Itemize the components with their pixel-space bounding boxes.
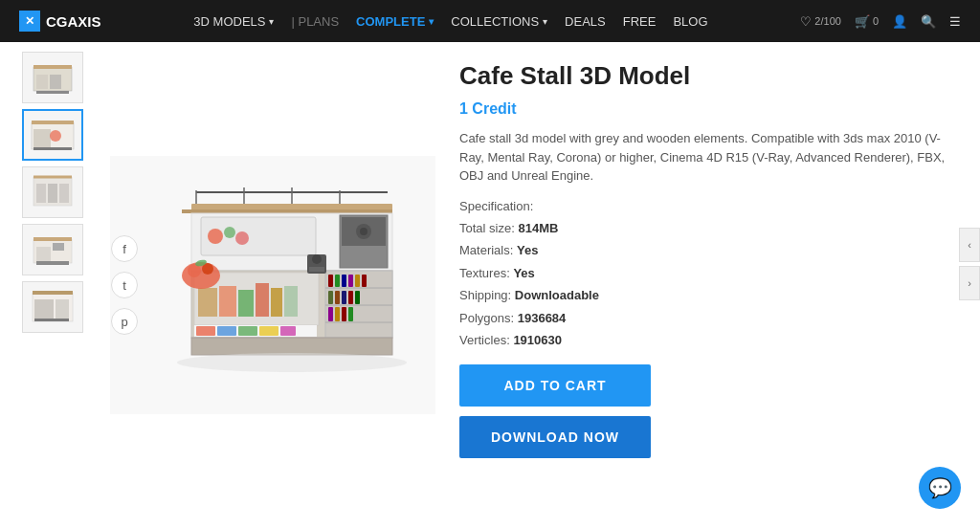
svg-rect-7 — [33, 129, 51, 147]
svg-rect-51 — [196, 326, 215, 336]
logo[interactable]: ✕ CGAXIS — [19, 11, 101, 32]
thumbnail-4[interactable] — [22, 224, 83, 275]
product-info: Cafe Stall 3D Model 1 Credit Cafe stall … — [450, 42, 980, 528]
svg-rect-67 — [348, 275, 353, 287]
svg-rect-32 — [182, 209, 392, 213]
svg-rect-76 — [335, 307, 340, 321]
svg-rect-79 — [191, 338, 392, 355]
thumbnail-3[interactable] — [22, 166, 83, 218]
thumbnail-1[interactable] — [22, 52, 83, 103]
nav-3d-models[interactable]: 3D MODELS ▾ — [193, 14, 274, 29]
svg-rect-48 — [271, 288, 282, 317]
svg-point-41 — [360, 228, 368, 235]
header: ✕ CGAXIS 3D MODELS ▾ | PLANS COMPLETE ▾ … — [0, 0, 980, 42]
svg-rect-44 — [198, 288, 217, 317]
nav-collections[interactable]: COLLECTIONS ▾ — [451, 14, 547, 29]
svg-rect-45 — [219, 286, 236, 317]
nav-blog[interactable]: BLOG — [673, 14, 707, 29]
main-image-area: f t p — [96, 42, 450, 528]
svg-rect-53 — [238, 326, 257, 336]
svg-rect-78 — [348, 307, 353, 321]
svg-rect-9 — [33, 147, 72, 150]
svg-point-35 — [208, 229, 223, 244]
svg-rect-19 — [36, 261, 69, 265]
add-to-cart-button[interactable]: ADD TO CART — [459, 364, 651, 407]
svg-rect-2 — [36, 75, 48, 89]
download-button[interactable]: DOWNLOAD NOW — [459, 416, 651, 458]
main-content: f t p — [0, 42, 980, 528]
svg-rect-71 — [335, 291, 340, 304]
svg-rect-73 — [348, 291, 353, 304]
spec-label: Specification: — [459, 195, 961, 217]
svg-rect-65 — [335, 275, 340, 287]
nav-free[interactable]: FREE — [623, 14, 657, 29]
svg-rect-18 — [53, 243, 64, 251]
chat-button[interactable]: 💬 — [919, 467, 961, 509]
svg-rect-64 — [328, 275, 333, 287]
facebook-button[interactable]: f — [111, 235, 138, 262]
svg-point-37 — [235, 231, 249, 245]
chevron-down-icon: ▾ — [543, 16, 547, 27]
svg-point-8 — [50, 130, 61, 142]
svg-rect-52 — [217, 326, 236, 336]
svg-rect-69 — [362, 275, 367, 287]
spec-total-size: Total size: 814MB — [459, 217, 961, 239]
svg-rect-24 — [34, 319, 69, 321]
nav-plans[interactable]: | PLANS — [291, 14, 339, 29]
svg-rect-70 — [328, 291, 333, 304]
thumbnail-sidebar — [0, 42, 96, 528]
svg-rect-21 — [33, 291, 73, 295]
svg-point-56 — [182, 262, 220, 289]
product-title: Cafe Stall 3D Model — [459, 61, 961, 91]
svg-rect-75 — [328, 307, 333, 321]
logo-text: CGAXIS — [46, 13, 101, 30]
wishlist-count: 2/100 — [814, 15, 841, 27]
prev-arrow[interactable]: ‹ — [959, 228, 980, 262]
cart-button[interactable]: 🛒 0 — [855, 14, 879, 29]
product-credit: 1 Credit — [459, 100, 961, 118]
svg-rect-14 — [59, 184, 69, 203]
header-actions: ♡ 2/100 🛒 0 👤 🔍 ☰ — [800, 14, 961, 29]
nav-deals[interactable]: DEALS — [565, 14, 606, 29]
social-sidebar: f t p — [111, 235, 138, 335]
svg-point-36 — [224, 227, 235, 238]
product-description: Cafe stall 3d model with grey and wooden… — [459, 129, 961, 186]
twitter-button[interactable]: t — [111, 272, 138, 298]
next-arrow[interactable]: › — [959, 266, 980, 300]
svg-rect-77 — [342, 307, 346, 321]
svg-rect-13 — [48, 184, 57, 203]
svg-rect-16 — [33, 237, 72, 241]
nav-complete[interactable]: COMPLETE ▾ — [356, 14, 434, 29]
svg-rect-3 — [50, 75, 61, 89]
pinterest-button[interactable]: p — [111, 308, 138, 335]
product-main-image — [110, 156, 435, 414]
product-specs: Specification: Total size: 814MB Materia… — [459, 195, 961, 352]
chevron-down-icon: ▾ — [429, 16, 434, 27]
logo-icon: ✕ — [19, 11, 40, 32]
thumbnail-2[interactable] — [22, 109, 83, 161]
svg-rect-4 — [36, 91, 69, 94]
svg-rect-17 — [36, 247, 51, 261]
svg-rect-47 — [256, 283, 269, 317]
svg-rect-55 — [280, 326, 296, 336]
cart-count: 0 — [873, 15, 879, 27]
thumbnail-5[interactable] — [22, 281, 83, 333]
svg-rect-23 — [56, 299, 69, 319]
spec-textures: Textures: Yes — [459, 262, 961, 284]
svg-rect-1 — [33, 65, 72, 69]
menu-button[interactable]: ☰ — [949, 14, 961, 29]
svg-point-82 — [312, 254, 322, 264]
svg-rect-66 — [342, 275, 346, 287]
spec-polygons: Polygons: 1936684 — [459, 307, 961, 329]
main-nav: 3D MODELS ▾ | PLANS COMPLETE ▾ COLLECTIO… — [124, 14, 778, 29]
spec-materials: Materials: Yes — [459, 239, 961, 261]
search-button[interactable]: 🔍 — [921, 14, 936, 29]
image-nav-arrows: ‹ › — [959, 228, 980, 300]
svg-rect-68 — [355, 275, 360, 287]
svg-rect-72 — [342, 291, 346, 304]
svg-point-80 — [177, 353, 407, 372]
wishlist-button[interactable]: ♡ 2/100 — [800, 14, 841, 29]
account-button[interactable]: 👤 — [892, 14, 907, 29]
spec-shipping: Shipping: Downloadable — [459, 284, 961, 306]
svg-rect-22 — [34, 299, 54, 319]
